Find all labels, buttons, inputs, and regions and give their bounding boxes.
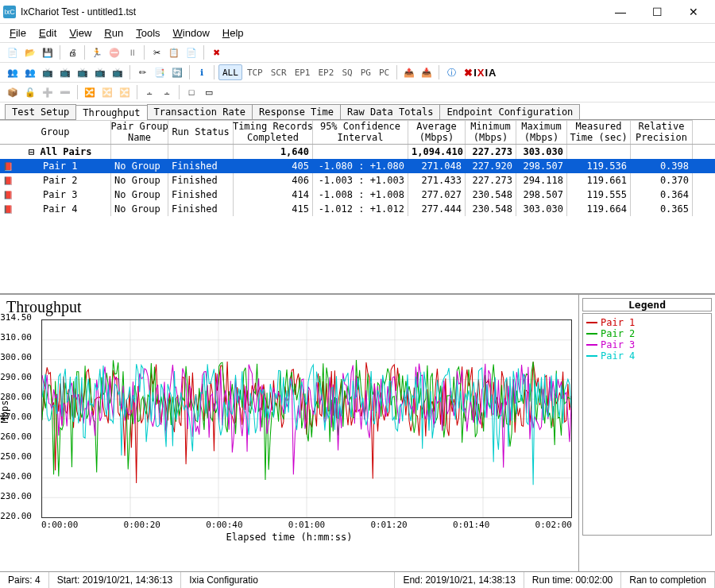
x-tick-labels: 0:00:000:00:200:00:400:01:000:01:200:01:…	[41, 520, 572, 530]
tab-throughput[interactable]: Throughput	[75, 105, 147, 120]
tab-bar: Test SetupThroughputTransaction RateResp…	[0, 103, 715, 120]
table-row[interactable]: Pair 1No GroupFinished405-1.080 : +1.080…	[0, 159, 715, 173]
tab-endpoint-configuration[interactable]: Endpoint Configuration	[439, 104, 580, 119]
menubar: File Edit View Run Tools Window Help	[0, 24, 715, 43]
export-icon[interactable]: 📤	[401, 64, 417, 80]
tab-test-setup[interactable]: Test Setup	[5, 104, 76, 119]
copy-icon[interactable]: 📋	[166, 44, 182, 60]
col-header[interactable]: Pair GroupName	[111, 120, 168, 144]
app-icon: IxC	[3, 6, 16, 18]
menu-run[interactable]: Run	[98, 25, 129, 41]
sort1-icon[interactable]: 🔀	[82, 84, 98, 100]
grid-header: GroupPair GroupNameRun StatusTiming Reco…	[0, 120, 715, 145]
status-end: End: 2019/10/21, 14:38:13	[395, 572, 524, 588]
legend-title: Legend	[582, 298, 712, 311]
print-icon[interactable]: 🖨	[64, 44, 80, 60]
table-row[interactable]: Pair 3No GroupFinished414-1.008 : +1.008…	[0, 188, 715, 202]
col-header[interactable]: Average(Mbps)	[408, 120, 466, 144]
replicate-icon[interactable]: 📑	[152, 64, 168, 80]
y-tick-labels: 314.50310.00300.00290.00280.00270.00260.…	[0, 317, 33, 516]
layout1-icon[interactable]: ⫠	[141, 84, 157, 100]
filter-tcp[interactable]: TCP	[244, 64, 266, 80]
filter-pg[interactable]: PG	[358, 64, 374, 80]
filter-pc[interactable]: PC	[376, 64, 392, 80]
legend-item[interactable]: Pair 2	[586, 328, 708, 339]
menu-edit[interactable]: Edit	[33, 25, 63, 41]
group-icon[interactable]: 📦	[5, 84, 21, 100]
maximize-button[interactable]: ☐	[639, 0, 675, 24]
pair3-icon[interactable]: 📺	[40, 64, 56, 80]
col-header[interactable]: Maximum(Mbps)	[516, 120, 567, 144]
menu-view[interactable]: View	[63, 25, 98, 41]
grid-body[interactable]: ⊟ All Pairs 1,640 1,094.410 227.273 303.…	[0, 145, 715, 294]
expand-icon[interactable]: ➕	[40, 84, 56, 100]
status-start: Start: 2019/10/21, 14:36:13	[49, 572, 181, 588]
stop-icon[interactable]: ⛔	[106, 44, 122, 60]
filter-all-button[interactable]: ALL	[218, 64, 242, 80]
window-title: IxChariot Test - untitled1.tst	[21, 6, 602, 17]
x-axis-label: Elapsed time (h:mm:ss)	[6, 532, 572, 543]
tab-transaction-rate[interactable]: Transaction Rate	[147, 104, 253, 119]
filter-scr[interactable]: SCR	[268, 64, 290, 80]
col-header[interactable]: Run Status	[168, 120, 234, 144]
layout4-icon[interactable]: ▭	[201, 84, 217, 100]
cut-icon[interactable]: ✂	[149, 44, 164, 60]
sort2-icon[interactable]: 🔀	[99, 84, 115, 100]
menu-help[interactable]: Help	[216, 25, 250, 41]
table-row[interactable]: Pair 4No GroupFinished415-1.012 : +1.012…	[0, 202, 715, 216]
chart-area: Throughput Mbps 314.50310.00300.00290.00…	[0, 294, 715, 571]
menu-file[interactable]: File	[3, 25, 33, 41]
legend-item[interactable]: Pair 3	[586, 339, 708, 350]
col-header[interactable]: RelativePrecision	[631, 120, 693, 144]
legend-item[interactable]: Pair 1	[586, 317, 708, 328]
edit-icon[interactable]: ✏	[134, 64, 150, 80]
summary-row[interactable]: ⊟ All Pairs 1,640 1,094.410 227.273 303.…	[0, 145, 715, 159]
new-icon[interactable]: 📄	[5, 44, 21, 60]
sort3-icon[interactable]: 🔀	[117, 84, 133, 100]
legend-body: Pair 1Pair 2Pair 3Pair 4	[582, 313, 712, 536]
toolbar-pairs: 👥 👥 📺 📺 📺 📺 📺 ✏ 📑 🔄 ℹ ALL TCP SCR EP1 EP…	[0, 63, 715, 83]
pair6-icon[interactable]: 📺	[92, 64, 108, 80]
col-header[interactable]: Group	[0, 120, 111, 144]
col-header[interactable]: 95% ConfidenceInterval	[313, 120, 408, 144]
paste-icon[interactable]: 📄	[184, 44, 199, 60]
pair5-icon[interactable]: 📺	[75, 64, 91, 80]
layout3-icon[interactable]: □	[184, 84, 199, 100]
chart-plot[interactable]	[41, 319, 572, 518]
col-header[interactable]: MeasuredTime (sec)	[567, 120, 631, 144]
save-icon[interactable]: 💾	[40, 44, 56, 60]
pause-icon[interactable]: ⏸	[124, 44, 140, 60]
statusbar: Pairs: 4 Start: 2019/10/21, 14:36:13 Ixi…	[0, 571, 715, 588]
filter-ep1[interactable]: EP1	[292, 64, 314, 80]
filter-ep2[interactable]: EP2	[315, 64, 338, 80]
col-header[interactable]: Minimum(Mbps)	[466, 120, 516, 144]
tab-raw-data-totals[interactable]: Raw Data Totals	[340, 104, 440, 119]
pair4-icon[interactable]: 📺	[57, 64, 73, 80]
collapse-icon[interactable]: ➖	[57, 84, 73, 100]
status-pairs: Pairs: 4	[0, 572, 49, 588]
export2-icon[interactable]: 📥	[419, 64, 435, 80]
pair7-icon[interactable]: 📺	[110, 64, 126, 80]
status-runtime: Run time: 00:02:00	[524, 572, 621, 588]
ixia-logo: ✖IXIA	[464, 67, 497, 79]
pair2-icon[interactable]: 👥	[22, 64, 38, 80]
titlebar: IxC IxChariot Test - untitled1.tst — ☐ ✕	[0, 0, 715, 24]
about-icon[interactable]: ⓘ	[443, 64, 459, 80]
pair-icon[interactable]: 👥	[5, 64, 21, 80]
run-icon[interactable]: 🏃	[89, 44, 105, 60]
table-row[interactable]: Pair 2No GroupFinished406-1.003 : +1.003…	[0, 173, 715, 188]
minimize-button[interactable]: —	[602, 0, 639, 24]
menu-window[interactable]: Window	[167, 25, 216, 41]
filter-sq[interactable]: SQ	[338, 64, 355, 80]
open-icon[interactable]: 📂	[22, 44, 38, 60]
menu-tools[interactable]: Tools	[129, 25, 166, 41]
info-icon[interactable]: ℹ	[194, 64, 210, 80]
close-button[interactable]: ✕	[675, 0, 712, 24]
delete-icon[interactable]: ✖	[208, 44, 224, 60]
legend-item[interactable]: Pair 4	[586, 350, 708, 362]
swap-icon[interactable]: 🔄	[169, 64, 185, 80]
tab-response-time[interactable]: Response Time	[252, 104, 341, 119]
layout2-icon[interactable]: ⫠	[159, 84, 175, 100]
ungroup-icon[interactable]: 🔓	[22, 84, 38, 100]
col-header[interactable]: Timing RecordsCompleted	[234, 120, 313, 144]
